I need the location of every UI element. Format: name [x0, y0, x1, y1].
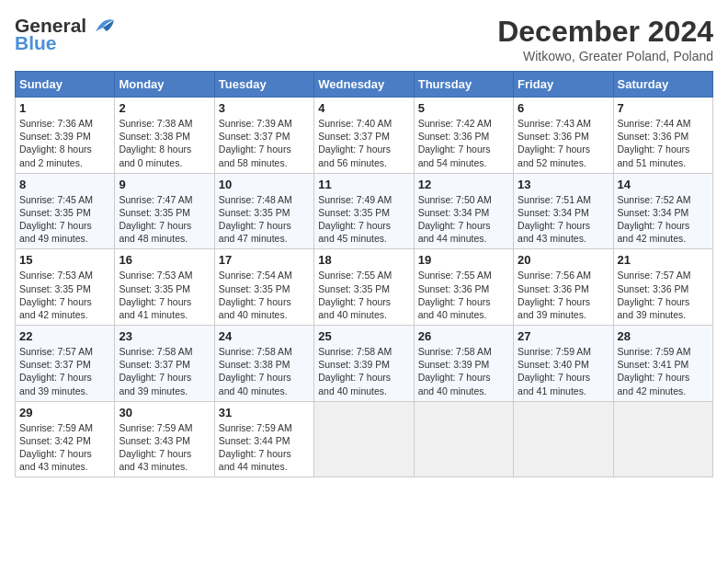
day-number: 19 [418, 253, 509, 267]
logo: General Blue [15, 15, 118, 52]
day-number: 20 [518, 253, 609, 267]
day-number: 18 [318, 253, 409, 267]
day-number: 1 [19, 101, 110, 115]
calendar-day-cell: 7Sunrise: 7:44 AMSunset: 3:36 PMDaylight… [613, 98, 712, 174]
day-info: Sunrise: 7:59 AMSunset: 3:41 PMDaylight:… [618, 345, 709, 397]
day-info: Sunrise: 7:59 AMSunset: 3:42 PMDaylight:… [19, 421, 110, 474]
calendar-day-cell: 22Sunrise: 7:57 AMSunset: 3:37 PMDayligh… [16, 326, 115, 402]
day-number: 27 [518, 329, 609, 343]
day-number: 23 [119, 329, 210, 343]
calendar-day-cell: 20Sunrise: 7:56 AMSunset: 3:36 PMDayligh… [514, 249, 613, 326]
calendar-day-cell: 19Sunrise: 7:55 AMSunset: 3:36 PMDayligh… [414, 249, 513, 326]
calendar-day-cell: 28Sunrise: 7:59 AMSunset: 3:41 PMDayligh… [613, 326, 712, 402]
calendar-day-cell: 14Sunrise: 7:52 AMSunset: 3:34 PMDayligh… [613, 173, 712, 249]
calendar-day-cell: 13Sunrise: 7:51 AMSunset: 3:34 PMDayligh… [514, 173, 613, 249]
day-number: 4 [318, 101, 409, 115]
day-info: Sunrise: 7:53 AMSunset: 3:35 PMDaylight:… [119, 269, 210, 321]
day-number: 17 [219, 253, 310, 267]
calendar-day-cell: 18Sunrise: 7:55 AMSunset: 3:35 PMDayligh… [314, 249, 414, 326]
calendar-day-cell [613, 401, 712, 477]
day-info: Sunrise: 7:58 AMSunset: 3:39 PMDaylight:… [318, 345, 409, 397]
day-number: 28 [618, 329, 709, 343]
day-info: Sunrise: 7:57 AMSunset: 3:37 PMDaylight:… [19, 345, 110, 397]
calendar-day-cell: 16Sunrise: 7:53 AMSunset: 3:35 PMDayligh… [115, 249, 214, 326]
day-number: 29 [19, 406, 110, 419]
weekday-header-saturday: Saturday [613, 72, 712, 98]
day-info: Sunrise: 7:51 AMSunset: 3:34 PMDaylight:… [518, 193, 609, 246]
day-info: Sunrise: 7:58 AMSunset: 3:39 PMDaylight:… [418, 345, 509, 397]
day-info: Sunrise: 7:48 AMSunset: 3:35 PMDaylight:… [219, 193, 310, 246]
calendar-day-cell [514, 401, 613, 477]
day-number: 14 [618, 178, 709, 191]
day-number: 11 [318, 178, 409, 191]
day-number: 10 [219, 178, 310, 191]
day-info: Sunrise: 7:54 AMSunset: 3:35 PMDaylight:… [219, 269, 310, 321]
day-info: Sunrise: 7:43 AMSunset: 3:36 PMDaylight:… [518, 117, 609, 169]
calendar-day-cell: 26Sunrise: 7:58 AMSunset: 3:39 PMDayligh… [414, 326, 513, 402]
calendar-week-row: 1Sunrise: 7:36 AMSunset: 3:39 PMDaylight… [16, 98, 713, 174]
day-number: 25 [318, 329, 409, 343]
calendar-day-cell: 24Sunrise: 7:58 AMSunset: 3:38 PMDayligh… [214, 326, 313, 402]
weekday-header-tuesday: Tuesday [214, 72, 313, 98]
calendar-week-row: 29Sunrise: 7:59 AMSunset: 3:42 PMDayligh… [16, 401, 713, 477]
day-info: Sunrise: 7:57 AMSunset: 3:36 PMDaylight:… [618, 269, 709, 321]
calendar-day-cell: 21Sunrise: 7:57 AMSunset: 3:36 PMDayligh… [613, 249, 712, 326]
weekday-header-wednesday: Wednesday [314, 72, 414, 98]
day-number: 3 [219, 101, 310, 115]
calendar-day-cell: 8Sunrise: 7:45 AMSunset: 3:35 PMDaylight… [16, 173, 115, 249]
day-info: Sunrise: 7:58 AMSunset: 3:37 PMDaylight:… [119, 345, 210, 397]
day-info: Sunrise: 7:55 AMSunset: 3:36 PMDaylight:… [418, 269, 509, 321]
calendar-day-cell: 31Sunrise: 7:59 AMSunset: 3:44 PMDayligh… [214, 401, 313, 477]
day-number: 16 [119, 253, 210, 267]
weekday-header-thursday: Thursday [414, 72, 513, 98]
day-info: Sunrise: 7:58 AMSunset: 3:38 PMDaylight:… [219, 345, 310, 397]
logo-blue-text: Blue [15, 33, 57, 52]
day-number: 5 [418, 101, 509, 115]
day-info: Sunrise: 7:50 AMSunset: 3:34 PMDaylight:… [418, 193, 509, 246]
page-header: General Blue December 2024 Witkowo, Grea… [15, 15, 713, 63]
day-number: 24 [219, 329, 310, 343]
calendar-day-cell: 12Sunrise: 7:50 AMSunset: 3:34 PMDayligh… [414, 173, 513, 249]
calendar-day-cell: 15Sunrise: 7:53 AMSunset: 3:35 PMDayligh… [16, 249, 115, 326]
day-info: Sunrise: 7:59 AMSunset: 3:43 PMDaylight:… [119, 421, 210, 474]
calendar-day-cell: 6Sunrise: 7:43 AMSunset: 3:36 PMDaylight… [514, 98, 613, 174]
calendar-day-cell: 27Sunrise: 7:59 AMSunset: 3:40 PMDayligh… [514, 326, 613, 402]
day-number: 30 [119, 406, 210, 419]
day-info: Sunrise: 7:56 AMSunset: 3:36 PMDaylight:… [518, 269, 609, 321]
calendar-day-cell: 9Sunrise: 7:47 AMSunset: 3:35 PMDaylight… [115, 173, 214, 249]
calendar-day-cell: 1Sunrise: 7:36 AMSunset: 3:39 PMDaylight… [16, 98, 115, 174]
day-number: 12 [418, 178, 509, 191]
day-info: Sunrise: 7:36 AMSunset: 3:39 PMDaylight:… [19, 117, 110, 169]
day-number: 15 [19, 253, 110, 267]
title-area: December 2024 Witkowo, Greater Poland, P… [497, 15, 713, 63]
day-info: Sunrise: 7:44 AMSunset: 3:36 PMDaylight:… [618, 117, 709, 169]
day-info: Sunrise: 7:52 AMSunset: 3:34 PMDaylight:… [618, 193, 709, 246]
day-number: 21 [618, 253, 709, 267]
month-title: December 2024 [497, 15, 713, 49]
day-info: Sunrise: 7:45 AMSunset: 3:35 PMDaylight:… [19, 193, 110, 246]
calendar-day-cell: 25Sunrise: 7:58 AMSunset: 3:39 PMDayligh… [314, 326, 414, 402]
calendar-day-cell: 5Sunrise: 7:42 AMSunset: 3:36 PMDaylight… [414, 98, 513, 174]
calendar-day-cell: 23Sunrise: 7:58 AMSunset: 3:37 PMDayligh… [115, 326, 214, 402]
day-number: 8 [19, 178, 110, 191]
calendar-table: SundayMondayTuesdayWednesdayThursdayFrid… [15, 71, 713, 477]
day-info: Sunrise: 7:59 AMSunset: 3:40 PMDaylight:… [518, 345, 609, 397]
day-info: Sunrise: 7:47 AMSunset: 3:35 PMDaylight:… [119, 193, 210, 246]
day-number: 22 [19, 329, 110, 343]
day-number: 31 [219, 406, 310, 419]
calendar-day-cell [414, 401, 513, 477]
day-number: 26 [418, 329, 509, 343]
weekday-header-row: SundayMondayTuesdayWednesdayThursdayFrid… [16, 72, 713, 98]
day-number: 9 [119, 178, 210, 191]
day-number: 7 [618, 101, 709, 115]
day-info: Sunrise: 7:55 AMSunset: 3:35 PMDaylight:… [318, 269, 409, 321]
day-info: Sunrise: 7:39 AMSunset: 3:37 PMDaylight:… [219, 117, 310, 169]
calendar-day-cell: 4Sunrise: 7:40 AMSunset: 3:37 PMDaylight… [314, 98, 414, 174]
weekday-header-monday: Monday [115, 72, 214, 98]
location-subtitle: Witkowo, Greater Poland, Poland [497, 49, 713, 63]
day-number: 13 [518, 178, 609, 191]
calendar-day-cell: 17Sunrise: 7:54 AMSunset: 3:35 PMDayligh… [214, 249, 313, 326]
calendar-day-cell: 2Sunrise: 7:38 AMSunset: 3:38 PMDaylight… [115, 98, 214, 174]
day-info: Sunrise: 7:53 AMSunset: 3:35 PMDaylight:… [19, 269, 110, 321]
calendar-week-row: 8Sunrise: 7:45 AMSunset: 3:35 PMDaylight… [16, 173, 713, 249]
